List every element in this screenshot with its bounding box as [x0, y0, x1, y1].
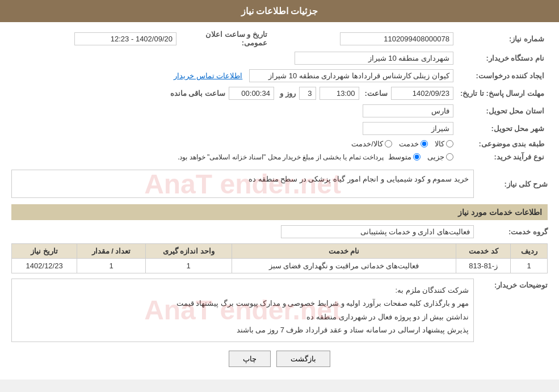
cell-nam: فعالیت‌های خدماتی مراقبت و نگهداری فضای …: [232, 259, 456, 273]
noe-row: جزیی متوسط پرداخت تمام یا بخشی از مبلغ خ…: [11, 150, 457, 163]
cell-kod: ز-81-813: [456, 259, 511, 273]
tosih-lines: شرکت کنندگان ملزم به:مهر و بارگذاری کلیه…: [16, 284, 469, 337]
radio-jozii-input[interactable]: [446, 153, 453, 161]
radio-motavasset[interactable]: متوسط: [388, 153, 421, 161]
tabaqe-radio-group: کالا خدمت کالا/خدمت: [11, 137, 457, 150]
tosih-container: AnaT ender.net شرکت کنندگان ملزم به:مهر …: [11, 279, 474, 342]
radio-jozii-label: جزیی: [427, 153, 444, 161]
radio-kala-khedmat-input[interactable]: [385, 140, 392, 147]
col-radif: ردیف: [511, 244, 548, 259]
back-button[interactable]: بازگشت: [276, 351, 330, 367]
shomara-input[interactable]: 1102099408000078: [340, 32, 453, 45]
ostan-label: استان محل تحویل:: [457, 102, 548, 120]
tabaqe-label: طبقه بندی موضوعی:: [457, 137, 548, 150]
tarikh-saat-input[interactable]: 1402/09/20 - 12:23: [74, 32, 176, 45]
saat-input[interactable]: 13:00: [320, 87, 359, 100]
shomara-label: شماره نیاز:: [457, 28, 548, 49]
grooh-row: گروه خدمت: فعالیت‌های اداری و خدمات پشتی…: [11, 224, 548, 240]
radio-jozii[interactable]: جزیی: [427, 153, 453, 161]
cell-tarikh: 1402/12/23: [12, 259, 77, 273]
radio-khedmat-label: خدمت: [399, 140, 419, 148]
shomara-value: 1102099408000078: [271, 28, 457, 49]
col-tarikh: تاریخ نیاز: [12, 244, 77, 259]
page-title: جزئیات اطلاعات نیاز: [241, 6, 318, 16]
col-kod: کد خدمت: [456, 244, 511, 259]
page-container: جزئیات اطلاعات نیاز شماره نیاز: 11020994…: [0, 0, 559, 380]
grooh-label: گروه خدمت:: [474, 227, 548, 236]
tarikh-saat-label: تاریخ و ساعت اعلان عمومی:: [180, 28, 271, 49]
nam-dastgah-input[interactable]: شهرداری منطقه 10 شیراز: [295, 52, 453, 65]
radio-kala[interactable]: کالا: [435, 140, 453, 148]
col-vahed: واحد اندازه گیری: [145, 244, 232, 259]
tosih-label: توضیحات خریدار:: [474, 279, 548, 289]
ostan-value: فارس: [11, 102, 457, 120]
saat-label: ساعت:: [365, 89, 388, 98]
watermark: AnaT ender.net: [144, 168, 341, 200]
col-nam: نام خدمت: [232, 244, 456, 259]
page-header: جزئیات اطلاعات نیاز: [0, 0, 559, 22]
print-button[interactable]: چاپ: [229, 351, 271, 367]
radio-motavasset-input[interactable]: [413, 153, 421, 161]
noe-label: نوع فرآیند خرید:: [457, 150, 548, 163]
radio-kala-input[interactable]: [446, 140, 453, 147]
ijad-label: ایجاد کننده درخواست:: [457, 67, 548, 85]
mohlet-label: مهلت ارسال پاسخ: تا تاریخ:: [457, 85, 548, 102]
shahr-value: شیراز: [11, 120, 457, 137]
ijad-input[interactable]: کیوان زینلی کارشناس قراردادها شهرداری من…: [249, 69, 453, 82]
sharh-row: شرح کلی نیاز: AnaT ender.net خرید سموم و…: [11, 168, 548, 200]
radio-kala-label: کالا: [435, 140, 444, 148]
nam-dastgah-value: شهرداری منطقه 10 شیراز: [11, 49, 457, 67]
grooh-input[interactable]: فعالیت‌های اداری و خدمات پشتیبانی: [281, 225, 474, 238]
sharh-label: شرح کلی نیاز:: [474, 180, 548, 188]
radio-khedmat[interactable]: خدمت: [399, 140, 428, 148]
radio-khedmat-input[interactable]: [421, 140, 428, 147]
ostan-input[interactable]: فارس: [363, 104, 453, 117]
mohlet-row: 1402/09/23 ساعت: 13:00 3 روز و 00:00:34 …: [11, 85, 457, 102]
radio-motavasset-label: متوسط: [388, 153, 411, 161]
content-area: شماره نیاز: 1102099408000078 تاریخ و ساع…: [0, 22, 559, 380]
rooz-input[interactable]: 3: [299, 87, 316, 100]
tosih-row: توضیحات خریدار: AnaT ender.net شرکت کنند…: [11, 277, 548, 344]
tosih-line: شرکت کنندگان ملزم به:: [16, 284, 469, 297]
services-table: ردیف کد خدمت نام خدمت واحد اندازه گیری ت…: [11, 243, 548, 273]
tosih-box: AnaT ender.net شرکت کنندگان ملزم به:مهر …: [11, 279, 474, 342]
radio-kala-khedmat-label: کالا/خدمت: [351, 140, 383, 148]
col-tedaad: تعداد / مقدار: [77, 244, 146, 259]
tosih-line: نداشتن بیش از دو پروژه فعال در شهرداری م…: [16, 310, 469, 323]
ijad-value-row: کیوان زینلی کارشناس قراردادها شهرداری من…: [11, 67, 457, 85]
form-table-top: شماره نیاز: 1102099408000078 تاریخ و ساع…: [11, 28, 548, 163]
grooh-value-container: فعالیت‌های اداری و خدمات پشتیبانی: [11, 225, 474, 238]
button-area: بازگشت چاپ: [11, 344, 548, 374]
cell-tedaad: 1: [77, 259, 146, 273]
cell-radif: 1: [511, 259, 548, 273]
shahr-label: شهر محل تحویل:: [457, 120, 548, 137]
noe-note: پرداخت تمام یا بخشی از مبلغ خریدار محل "…: [178, 153, 384, 161]
radio-kala-khedmat[interactable]: کالا/خدمت: [351, 140, 392, 148]
shahr-input[interactable]: شیراز: [363, 122, 453, 135]
table-row: 1 ز-81-813 فعالیت‌های خدماتی مراقبت و نگ…: [12, 259, 548, 273]
nam-dastgah-label: نام دستگاه خریدار:: [457, 49, 548, 67]
tarikh-saat-value: 1402/09/20 - 12:23: [11, 28, 180, 49]
cell-vahed: 1: [145, 259, 232, 273]
sharh-value: خرید سموم و کود شیمیایی و انجام امور گیا…: [249, 175, 469, 183]
sharh-container: AnaT ender.net خرید سموم و کود شیمیایی و…: [11, 170, 474, 198]
countdown-input[interactable]: 00:00:34: [229, 87, 274, 100]
tarikh-input[interactable]: 1402/09/23: [391, 87, 453, 100]
rooz-label: روز و: [280, 89, 296, 98]
contact-link[interactable]: اطلاعات تماس خریدار: [174, 71, 242, 80]
sharh-box: AnaT ender.net خرید سموم و کود شیمیایی و…: [11, 170, 474, 198]
tosih-line: پذیرش پیشنهاد ارسالی در سامانه ستاد و عق…: [16, 323, 469, 336]
tosih-line: مهر و بارگذاری کلیه صفحات برآورد اولیه و…: [16, 297, 469, 310]
service-info-title: اطلاعات خدمات مورد نیاز: [11, 204, 548, 220]
bagi-label: ساعت باقی مانده: [170, 89, 225, 98]
